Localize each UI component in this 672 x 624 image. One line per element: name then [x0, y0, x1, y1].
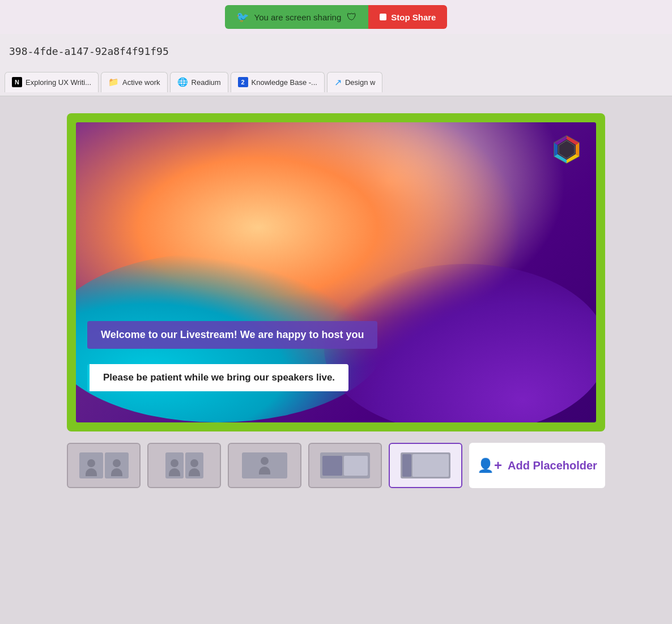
wide-block [320, 452, 370, 478]
col-b-right [185, 452, 203, 478]
col-right [105, 452, 129, 478]
layout-btn-wide[interactable] [308, 443, 382, 488]
notion-icon: N [12, 77, 22, 87]
tab-active-work[interactable]: 📁 Active work [101, 72, 167, 92]
folder-icon: 📁 [108, 77, 119, 87]
tab-readium-label: Readium [192, 78, 221, 87]
person-head-1 [87, 459, 95, 467]
wide-right [344, 456, 368, 476]
sharing-text: You are screen sharing [254, 12, 342, 22]
layout-btn-single[interactable] [228, 443, 301, 488]
url-text: 398-4fde-a147-92a8f4f91f95 [9, 45, 169, 57]
main-block [412, 454, 449, 477]
shield-icon: 🛡 [347, 11, 357, 23]
tab-notion[interactable]: N Exploring UX Writi... [5, 72, 99, 92]
side-main-layout-icon [401, 452, 450, 478]
layout-btn-side-main[interactable] [389, 443, 462, 488]
video-container: Welcome to our Livestream! We are happy … [76, 122, 596, 422]
person-body-b1 [169, 468, 180, 476]
person-head-b2 [190, 459, 198, 467]
col-b-left [165, 452, 184, 478]
person-body-1 [86, 468, 97, 476]
layout-btn-two-person[interactable] [67, 443, 141, 488]
person-head-b1 [171, 459, 178, 467]
two-person-layout-icon [79, 452, 129, 478]
add-placeholder-label: Add Placeholder [508, 459, 597, 472]
design-icon: ↗ [334, 77, 342, 88]
wide-left [322, 456, 342, 476]
tabs-bar: N Exploring UX Writi... 📁 Active work 🌐 … [0, 68, 672, 96]
knowledge-base-icon: 2 [238, 77, 248, 87]
url-bar: 398-4fde-a147-92a8f4f91f95 [0, 34, 672, 68]
layout-btn-two-person-b[interactable] [147, 443, 221, 488]
welcome-text: Welcome to our Livestream! We are happy … [101, 329, 364, 340]
layout-selector-row: 👤+ Add Placeholder [67, 443, 605, 488]
single-block [242, 452, 287, 478]
tab-notion-label: Exploring UX Writi... [25, 78, 91, 87]
green-card: Welcome to our Livestream! We are happy … [67, 113, 605, 431]
tab-active-work-label: Active work [122, 78, 160, 87]
add-placeholder-button[interactable]: 👤+ Add Placeholder [469, 443, 605, 488]
single-head [261, 457, 269, 465]
person-head-2 [113, 459, 121, 467]
stop-square-icon [380, 14, 386, 20]
stop-share-button[interactable]: Stop Share [368, 5, 447, 29]
stop-share-label: Stop Share [391, 12, 436, 22]
sharing-bird-icon: 🐦 [236, 11, 249, 23]
patience-banner: Please be patient while we bring our spe… [87, 364, 348, 391]
person-body-b2 [189, 468, 200, 476]
tab-knowledge-base[interactable]: 2 Knowledge Base -... [231, 72, 325, 92]
single-body [259, 467, 270, 475]
sharing-indicator: 🐦 You are screen sharing 🛡 [225, 5, 369, 29]
person-body-2 [111, 468, 122, 476]
screen-share-bar: 🐦 You are screen sharing 🛡 Stop Share [0, 0, 672, 34]
patience-text: Please be patient while we bring our spe… [103, 372, 335, 383]
tab-readium[interactable]: 🌐 Readium [170, 72, 228, 92]
logo-badge [546, 131, 587, 172]
add-person-icon: 👤+ [477, 458, 502, 473]
side-strip [402, 454, 411, 477]
wide-layout-icon [320, 452, 370, 478]
globe-icon: 🌐 [177, 77, 188, 87]
two-person-b-layout-icon [165, 452, 203, 478]
single-person-icon [259, 457, 270, 475]
tab-design[interactable]: ↗ Design w [327, 72, 382, 92]
welcome-banner: Welcome to our Livestream! We are happy … [87, 321, 377, 349]
side-main-block [401, 452, 450, 478]
tab-knowledge-base-label: Knowledge Base -... [252, 78, 317, 87]
col-left [79, 452, 103, 478]
tab-design-label: Design w [345, 78, 375, 87]
single-layout-icon [242, 452, 287, 478]
main-content: Welcome to our Livestream! We are happy … [0, 96, 672, 624]
hexagon-logo [546, 131, 587, 172]
